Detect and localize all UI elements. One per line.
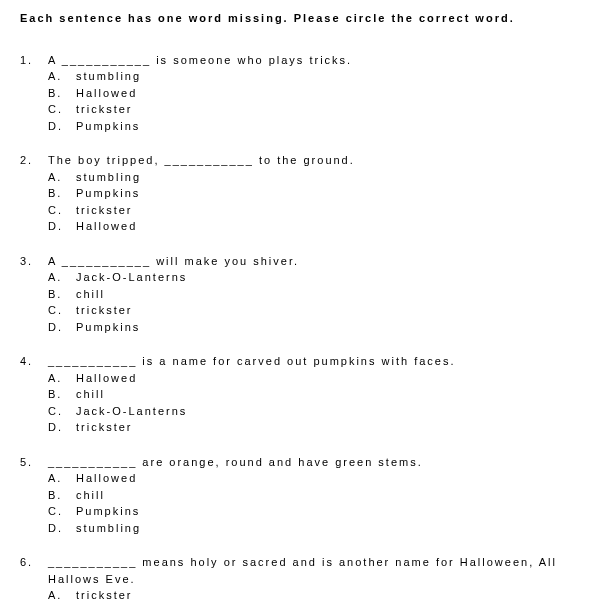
choice[interactable]: B.Hallowed [48, 85, 574, 102]
choices: A.stumblingB.PumpkinsC.tricksterD.Hallow… [48, 169, 574, 235]
choice-text: chill [76, 386, 574, 403]
choice-letter: C. [48, 503, 76, 520]
choice[interactable]: B.Hallowed [48, 604, 574, 608]
choice[interactable]: B.Pumpkins [48, 185, 574, 202]
choice-letter: A. [48, 370, 76, 387]
question-line: 3.A ___________ will make you shiver. [20, 253, 574, 270]
question-number: 6. [20, 554, 48, 587]
choice-text: chill [76, 286, 574, 303]
worksheet-instructions: Each sentence has one word missing. Plea… [20, 10, 574, 27]
question-text: ___________ means holy or sacred and is … [48, 554, 574, 587]
choice[interactable]: D.Hallowed [48, 218, 574, 235]
choice[interactable]: D.trickster [48, 419, 574, 436]
choice[interactable]: C.trickster [48, 101, 574, 118]
choice-letter: D. [48, 419, 76, 436]
choice[interactable]: C.Jack-O-Lanterns [48, 403, 574, 420]
question-line: 5.___________ are orange, round and have… [20, 454, 574, 471]
choice-text: Hallowed [76, 218, 574, 235]
choice[interactable]: D.Pumpkins [48, 118, 574, 135]
question-line: 6.___________ means holy or sacred and i… [20, 554, 574, 587]
choice[interactable]: A.Jack-O-Lanterns [48, 269, 574, 286]
choice-letter: B. [48, 185, 76, 202]
choice[interactable]: A.trickster [48, 587, 574, 604]
question-line: 2.The boy tripped, ___________ to the gr… [20, 152, 574, 169]
choice-text: trickster [76, 101, 574, 118]
question: 4.___________ is a name for carved out p… [20, 353, 574, 436]
question-text: ___________ is a name for carved out pum… [48, 353, 574, 370]
choice-text: chill [76, 487, 574, 504]
question: 5.___________ are orange, round and have… [20, 454, 574, 537]
question-line: 4.___________ is a name for carved out p… [20, 353, 574, 370]
choices: A.tricksterB.HallowedC.PumpkinsD.stumbli… [48, 587, 574, 607]
choice-text: stumbling [76, 520, 574, 537]
choice[interactable]: A.stumbling [48, 68, 574, 85]
choice-text: trickster [76, 302, 574, 319]
choice-letter: C. [48, 101, 76, 118]
question-text: The boy tripped, ___________ to the grou… [48, 152, 574, 169]
choice[interactable]: C.trickster [48, 202, 574, 219]
choice-text: Jack-O-Lanterns [76, 403, 574, 420]
choice-letter: B. [48, 85, 76, 102]
choice-text: stumbling [76, 68, 574, 85]
choice-letter: D. [48, 520, 76, 537]
question-number: 5. [20, 454, 48, 471]
question-text: A ___________ will make you shiver. [48, 253, 574, 270]
choice[interactable]: B.chill [48, 286, 574, 303]
choice-text: Hallowed [76, 370, 574, 387]
choice-text: trickster [76, 419, 574, 436]
question-line: 1.A ___________ is someone who plays tri… [20, 52, 574, 69]
choice-letter: C. [48, 302, 76, 319]
choices: A.HallowedB.chillC.Jack-O-LanternsD.tric… [48, 370, 574, 436]
choice-letter: A. [48, 68, 76, 85]
choice-text: stumbling [76, 169, 574, 186]
choice[interactable]: D.stumbling [48, 520, 574, 537]
choice-text: Hallowed [76, 604, 574, 608]
choice[interactable]: D.Pumpkins [48, 319, 574, 336]
choice-letter: B. [48, 386, 76, 403]
choice-letter: B. [48, 604, 76, 608]
question-text: ___________ are orange, round and have g… [48, 454, 574, 471]
choice-letter: B. [48, 286, 76, 303]
choice-letter: A. [48, 587, 76, 604]
choice-letter: D. [48, 118, 76, 135]
question: 3.A ___________ will make you shiver.A.J… [20, 253, 574, 336]
question: 6.___________ means holy or sacred and i… [20, 554, 574, 607]
choice-letter: A. [48, 470, 76, 487]
choice[interactable]: B.chill [48, 386, 574, 403]
choices: A.HallowedB.chillC.PumpkinsD.stumbling [48, 470, 574, 536]
questions-container: 1.A ___________ is someone who plays tri… [20, 52, 574, 608]
question-number: 3. [20, 253, 48, 270]
choice-letter: D. [48, 319, 76, 336]
choice-text: Pumpkins [76, 185, 574, 202]
question-number: 1. [20, 52, 48, 69]
choice-letter: C. [48, 403, 76, 420]
choice-letter: A. [48, 269, 76, 286]
choice-text: trickster [76, 202, 574, 219]
choice-text: Pumpkins [76, 118, 574, 135]
choice[interactable]: A.Hallowed [48, 470, 574, 487]
choice[interactable]: A.stumbling [48, 169, 574, 186]
choice[interactable]: B.chill [48, 487, 574, 504]
choice-letter: D. [48, 218, 76, 235]
choice-text: Pumpkins [76, 503, 574, 520]
question-number: 4. [20, 353, 48, 370]
question: 2.The boy tripped, ___________ to the gr… [20, 152, 574, 235]
choice-letter: B. [48, 487, 76, 504]
question-number: 2. [20, 152, 48, 169]
question: 1.A ___________ is someone who plays tri… [20, 52, 574, 135]
choice-text: Hallowed [76, 470, 574, 487]
choice-text: Jack-O-Lanterns [76, 269, 574, 286]
choices: A.stumblingB.HallowedC.tricksterD.Pumpki… [48, 68, 574, 134]
choice-text: Pumpkins [76, 319, 574, 336]
choice[interactable]: A.Hallowed [48, 370, 574, 387]
choice-letter: C. [48, 202, 76, 219]
choice[interactable]: C.trickster [48, 302, 574, 319]
choice-text: trickster [76, 587, 574, 604]
choices: A.Jack-O-LanternsB.chillC.tricksterD.Pum… [48, 269, 574, 335]
choice-text: Hallowed [76, 85, 574, 102]
question-text: A ___________ is someone who plays trick… [48, 52, 574, 69]
choice[interactable]: C.Pumpkins [48, 503, 574, 520]
choice-letter: A. [48, 169, 76, 186]
